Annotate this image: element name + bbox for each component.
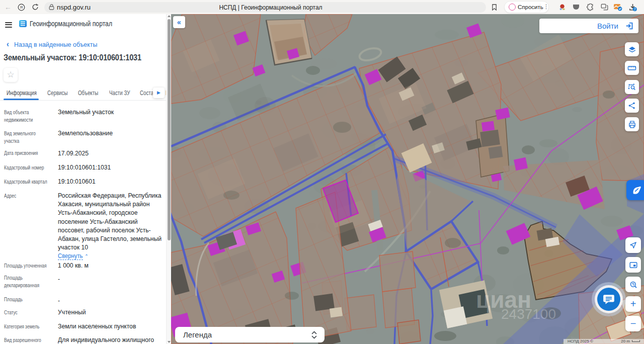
svg-text:Я: Я xyxy=(20,5,22,10)
svg-text:2437100: 2437100 xyxy=(501,306,556,322)
svg-text:7: 7 xyxy=(634,7,636,11)
